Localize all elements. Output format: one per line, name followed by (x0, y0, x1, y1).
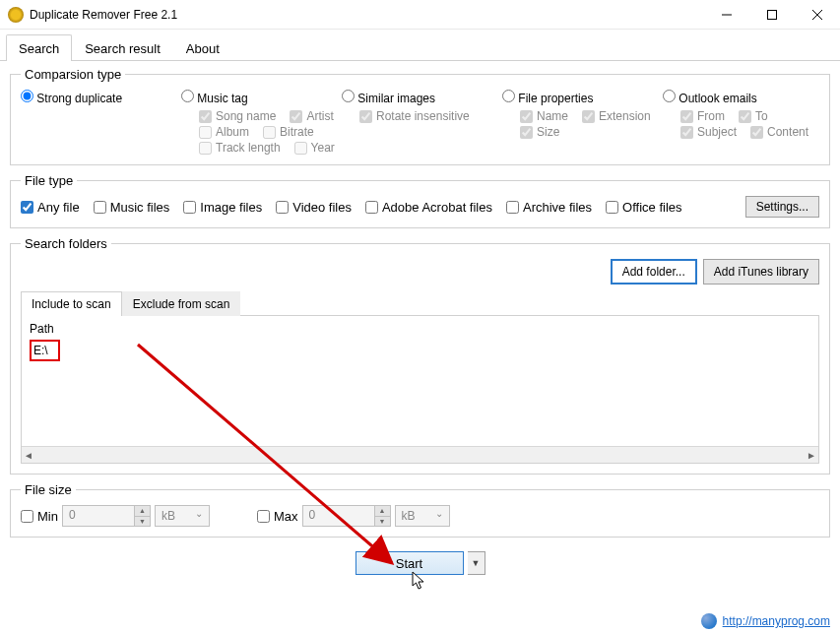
check-name: Name (520, 109, 568, 123)
add-folder-button[interactable]: Add folder... (611, 259, 697, 285)
settings-button[interactable]: Settings... (745, 196, 819, 218)
check-subject: Subject (680, 125, 737, 139)
main-tabs: Search Search result About (0, 30, 840, 61)
radio-file-properties[interactable]: File properties (502, 92, 593, 105)
start-dropdown[interactable]: ▼ (468, 551, 485, 575)
filesize-fieldset: File size Min 0 ▲▼ kB Max 0 ▲▼ kB (10, 482, 830, 538)
comparison-fieldset: Comparsion type Strong duplicate Music t… (10, 67, 830, 165)
check-size: Size (520, 125, 659, 139)
check-to: To (739, 109, 768, 123)
check-extension: Extension (582, 109, 651, 123)
radio-strong-duplicate[interactable]: Strong duplicate (21, 92, 122, 105)
max-unit-combo[interactable]: kB (395, 505, 450, 527)
check-song-name: Song name (199, 109, 276, 123)
check-music-files[interactable]: Music files (94, 200, 170, 215)
tab-search-result[interactable]: Search result (72, 34, 173, 61)
close-button[interactable] (795, 0, 840, 30)
scroll-left-icon[interactable]: ◄ (24, 450, 33, 461)
check-from: From (680, 109, 725, 123)
filetype-fieldset: File type Any file Music files Image fil… (10, 173, 830, 228)
window-title: Duplicate Remover Free 2.1 (30, 8, 704, 22)
start-area: Start ▼ (10, 551, 830, 575)
check-rotate-insensitive: Rotate insensitive (359, 109, 498, 123)
check-archive-files[interactable]: Archive files (506, 200, 592, 215)
add-itunes-button[interactable]: Add iTunes library (703, 259, 819, 285)
footer: http://manyprog.com (701, 613, 830, 629)
footer-link[interactable]: http://manyprog.com (723, 614, 830, 628)
content-area: Comparsion type Strong duplicate Music t… (0, 61, 840, 581)
radio-music-tag[interactable]: Music tag (181, 92, 248, 105)
search-folders-fieldset: Search folders Add folder... Add iTunes … (10, 236, 830, 475)
check-track-length: Track length (199, 141, 281, 155)
radio-outlook-emails[interactable]: Outlook emails (663, 92, 757, 105)
check-bitrate: Bitrate (263, 125, 314, 139)
check-office-files[interactable]: Office files (606, 200, 681, 215)
filetype-legend: File type (21, 173, 77, 188)
tab-exclude-scan[interactable]: Exclude from scan (122, 291, 241, 316)
globe-icon (701, 613, 717, 629)
check-max[interactable]: Max (257, 509, 298, 524)
comparison-legend: Comparsion type (21, 67, 125, 82)
tab-about[interactable]: About (173, 34, 232, 61)
titlebar: Duplicate Remover Free 2.1 (0, 0, 840, 30)
check-min[interactable]: Min (21, 509, 58, 524)
path-entry[interactable]: E:\ (30, 340, 60, 361)
check-album: Album (199, 125, 249, 139)
path-list[interactable]: Path E:\ ◄ ► (21, 316, 819, 464)
check-year: Year (294, 141, 335, 155)
check-any-file[interactable]: Any file (21, 200, 80, 215)
check-video-files[interactable]: Video files (276, 200, 352, 215)
check-image-files[interactable]: Image files (183, 200, 262, 215)
tab-search[interactable]: Search (6, 34, 72, 61)
app-icon (8, 7, 24, 23)
min-unit-combo[interactable]: kB (155, 505, 210, 527)
svg-rect-1 (768, 11, 777, 20)
window-controls (704, 0, 840, 29)
scan-tabs: Include to scan Exclude from scan (21, 290, 819, 316)
path-column-header: Path (30, 322, 810, 336)
minimize-button[interactable] (704, 0, 749, 30)
check-artist: Artist (290, 109, 333, 123)
min-spinner[interactable]: ▲▼ (134, 506, 150, 526)
tab-include-scan[interactable]: Include to scan (21, 291, 122, 316)
search-folders-legend: Search folders (21, 236, 111, 251)
maximize-button[interactable] (749, 0, 795, 30)
start-button[interactable]: Start (355, 551, 464, 575)
radio-similar-images[interactable]: Similar images (342, 92, 435, 105)
horizontal-scrollbar[interactable]: ◄ ► (22, 446, 818, 463)
filesize-legend: File size (21, 482, 76, 497)
max-spinner[interactable]: ▲▼ (374, 506, 390, 526)
check-content: Content (750, 125, 808, 139)
scroll-right-icon[interactable]: ► (807, 450, 816, 461)
check-acrobat-files[interactable]: Adobe Acrobat files (365, 200, 492, 215)
